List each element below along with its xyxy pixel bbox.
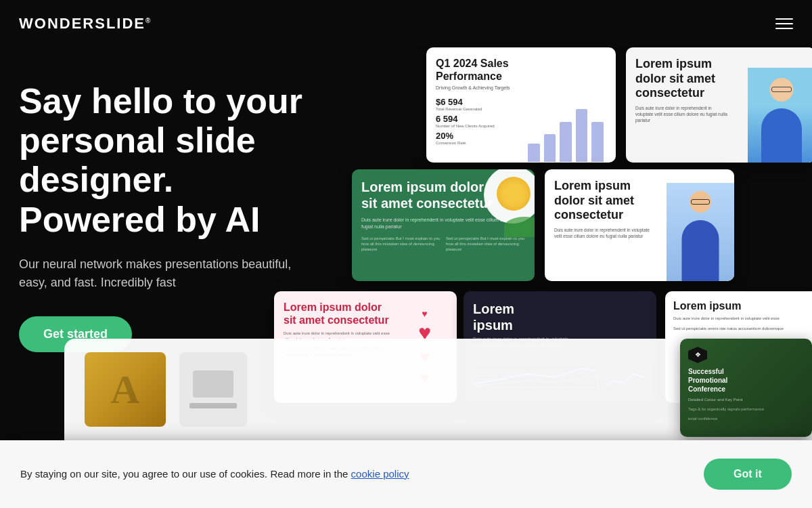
- chart-bar-1: [528, 144, 540, 163]
- partial-right-title: Lorem ipsum: [673, 299, 812, 312]
- slide-sales-stats: $6 594 Total Revenue Generated 6 594 Num…: [436, 97, 510, 145]
- slide-sales-subtitle: Driving Growth & Achieving Targets: [436, 85, 606, 90]
- green-bottom-title: SuccessfulPromotionalConference: [688, 367, 804, 394]
- slide4-person: [667, 183, 734, 281]
- dark-chart-title: Loremipsum: [473, 301, 647, 333]
- hero-title: Say hello to your personal slide designe…: [19, 81, 371, 239]
- green-bottom-extra: ional confidence: [688, 416, 804, 421]
- slide2-body: Duis aute irure dolor in reprehenderit i…: [635, 105, 729, 123]
- slide2-title: Lorem ipsum dolor sit amet consectetur: [635, 57, 729, 101]
- greens: [504, 217, 535, 237]
- stat-clients: 6 594 Number of New Clients Acquired: [436, 114, 510, 128]
- hexagon-icon: ❖: [688, 347, 707, 363]
- partial-right-body: Duis aute irure dolor in reprehenderit i…: [673, 316, 812, 321]
- egg-yolk: [497, 177, 531, 211]
- cookie-text: By staying on our site, you agree to our…: [20, 467, 690, 482]
- cookie-banner: By staying on our site, you agree to our…: [0, 440, 812, 508]
- green-bottom-body: Detailed Colour and Key Point: [688, 397, 804, 402]
- slide-bottom-green: ❖ SuccessfulPromotionalConference Detail…: [680, 339, 812, 437]
- slide-card-sales: Q1 2024 SalesPerformance Driving Growth …: [426, 47, 616, 163]
- menu-line-3: [775, 28, 793, 29]
- person-body: [761, 108, 802, 163]
- green-bottom-sub: Tags & its organically signals performan…: [688, 406, 804, 412]
- card-img-placeholder: [193, 371, 233, 398]
- card-text-line: [189, 403, 237, 408]
- green-col-1: Sed ut perspiciatis But I must explain t…: [361, 236, 441, 253]
- slide-card-lorem-1: Lorem ipsum dolor sit amet consectetur D…: [626, 47, 812, 163]
- letter-a-decoration: A: [85, 352, 166, 427]
- person-illustration: [748, 68, 812, 163]
- green-col-2: Sed ut perspiciatis But I must explain t…: [446, 236, 525, 253]
- stat-revenue: $6 594 Total Revenue Generated: [436, 97, 510, 111]
- cookie-policy-link[interactable]: cookie policy: [351, 468, 409, 480]
- card-item-2: [179, 352, 247, 427]
- slide4-body: [682, 220, 719, 281]
- white-person-title: Lorem ipsum dolor sit amet consectetur: [554, 179, 656, 223]
- menu-line-1: [775, 18, 793, 20]
- partial-right-bullet: Sed ut perspiciatis omnis iste natus acc…: [673, 326, 812, 331]
- menu-line-2: [775, 23, 793, 24]
- chart-bar-3: [560, 122, 572, 163]
- green-slide-cols: Sed ut perspiciatis But I must explain t…: [361, 236, 525, 253]
- header: WONDERSLIDE®: [0, 0, 812, 47]
- food-decoration: [470, 169, 535, 234]
- hex-symbol: ❖: [695, 352, 701, 358]
- chart-bar-2: [544, 134, 556, 162]
- hearts-title: Lorem ipsum dolor sit amet consectetur: [284, 301, 390, 326]
- hamburger-menu-button[interactable]: [775, 18, 793, 29]
- logo: WONDERSLIDE®: [19, 15, 152, 33]
- slide-chart: [525, 97, 606, 163]
- green-bottom-content: ❖ SuccessfulPromotionalConference Detail…: [680, 339, 812, 429]
- got-it-button[interactable]: Got it: [704, 459, 792, 490]
- slide-card-green-food: Lorem ipsum dolorsit amet consectetur Du…: [352, 169, 535, 281]
- slide-card-white-person: Lorem ipsum dolor sit amet consectetur D…: [545, 169, 734, 281]
- main-content: Say hello to your personal slide designe…: [0, 47, 812, 508]
- slide-sales-title: Q1 2024 SalesPerformance: [436, 57, 606, 83]
- chart-bar-4: [576, 109, 588, 162]
- heart-small-1: ♥: [422, 308, 427, 319]
- slide4-glasses: [691, 199, 710, 205]
- glasses: [771, 87, 792, 92]
- hero-subtitle: Our neural network makes presentations b…: [19, 255, 310, 292]
- white-person-body: Duis aute irure dolor in reprehenderit i…: [554, 227, 656, 239]
- chart-bar-5: [591, 122, 604, 163]
- stat-conversion: 20% Conversion Rate: [436, 131, 510, 145]
